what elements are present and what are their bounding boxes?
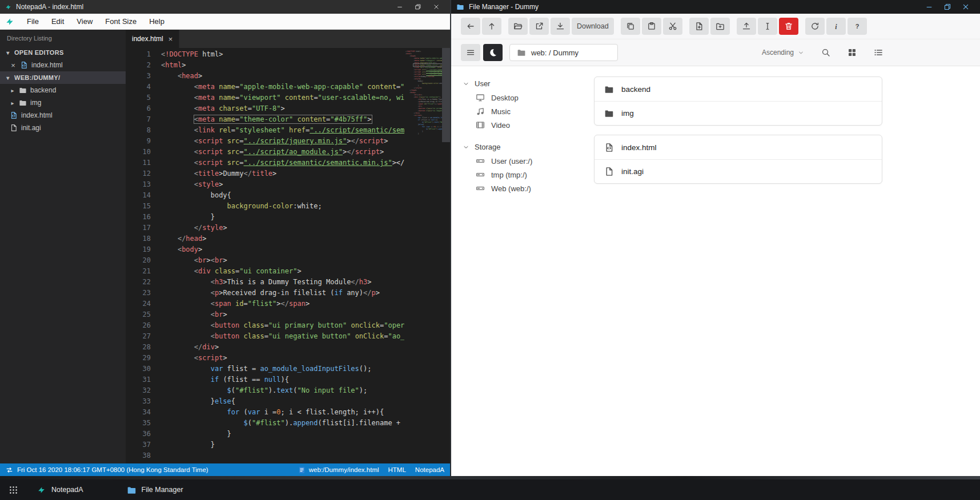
help-button[interactable]: ? (848, 18, 867, 35)
sort-dropdown[interactable]: Ascending (762, 49, 804, 57)
code-line[interactable]: body{ (161, 190, 404, 201)
code-line[interactable]: </div> (161, 342, 404, 353)
sidebar-item-desktop[interactable]: Desktop (463, 91, 594, 104)
minimize-button[interactable] (391, 0, 409, 14)
apps-grid-button[interactable] (0, 479, 26, 500)
tree-item-init-agi[interactable]: init.agi (0, 122, 126, 134)
menu-file[interactable]: File (21, 15, 45, 28)
back-button[interactable] (461, 18, 480, 35)
code-line[interactable]: <link rel="stylesheet" href="../script/s… (161, 125, 404, 136)
code-line[interactable]: <script src="../script/jquery.min.js"></… (161, 136, 404, 147)
code-line[interactable]: <meta charset="UTF-8"> (161, 103, 404, 114)
code-line[interactable] (161, 450, 404, 461)
close-button[interactable] (957, 0, 975, 14)
file-row-init-agi[interactable]: init.agi (595, 159, 882, 183)
code-line[interactable]: $("#flist").text("No input file"); (161, 385, 404, 396)
refresh-button[interactable] (805, 18, 825, 35)
tree-item-backend[interactable]: ▸backend (0, 84, 126, 96)
rename-button[interactable] (758, 18, 777, 35)
code-line[interactable]: <meta name="apple-mobile-web-app-capable… (161, 82, 404, 92)
scrollbar-thumb[interactable] (442, 48, 450, 142)
tree-item-index-html[interactable]: ×index.html (0, 59, 126, 71)
code-line[interactable]: <script src="../script/semantic/semantic… (161, 158, 404, 168)
sidebar-item-web-web[interactable]: Web (web:/) (463, 182, 594, 195)
upload-button[interactable] (737, 18, 756, 35)
new-file-button[interactable] (689, 18, 709, 35)
code-line[interactable]: <h3>This is a Dummy Testing Module</h3> (161, 277, 404, 288)
code-line[interactable]: for (var i =0; i < flist.length; i++){ (161, 407, 404, 418)
code-line[interactable]: $("#flist").append(flist[i].filename + (161, 418, 404, 429)
file-row-index-html[interactable]: index.html (595, 135, 882, 159)
code-line[interactable]: } (161, 439, 404, 450)
grid-view-button[interactable] (848, 48, 857, 57)
search-button[interactable] (821, 48, 830, 57)
file-row-backend[interactable]: backend (595, 77, 882, 101)
open-in-new-window-button[interactable] (529, 18, 549, 35)
tree-item-img[interactable]: ▸img (0, 96, 126, 109)
properties-button[interactable]: i (826, 18, 846, 35)
minimap[interactable]: <!DOCTYPE html><html> <head> <meta name=… (405, 48, 442, 463)
status-language[interactable]: HTML (388, 466, 406, 473)
restore-button[interactable] (938, 0, 957, 14)
tree-item-index-html[interactable]: index.html (0, 109, 126, 122)
code-line[interactable]: } (161, 429, 404, 439)
close-button[interactable] (427, 0, 445, 14)
code-line[interactable]: <script src="../script/ao_module.js"></s… (161, 147, 404, 158)
code-line[interactable]: <script> (161, 353, 404, 364)
sidebar-item-user-user[interactable]: User (user:/) (463, 154, 594, 168)
delete-button[interactable] (779, 18, 798, 35)
copy-button[interactable] (621, 18, 640, 35)
code-line[interactable]: <title>Dummy</title> (161, 168, 404, 179)
minimize-button[interactable] (920, 0, 938, 14)
section-web-dummy[interactable]: ▾WEB:/DUMMY/ (0, 71, 126, 84)
menu-button[interactable] (461, 44, 480, 61)
restore-button[interactable] (409, 0, 427, 14)
code-line[interactable]: <html> (161, 60, 404, 71)
code-line[interactable]: <div class="ui container"> (161, 266, 404, 277)
tab-index-html[interactable]: index.html × (126, 30, 179, 48)
editor-scrollbar[interactable] (442, 48, 450, 463)
code-line[interactable]: <head> (161, 71, 404, 82)
menu-help[interactable]: Help (143, 15, 171, 28)
code-area[interactable]: <!DOCTYPE html><html> <head> <meta name=… (161, 48, 404, 463)
code-line[interactable]: </head> (161, 233, 404, 244)
new-folder-button[interactable] (710, 18, 730, 35)
up-button[interactable] (482, 18, 501, 35)
section-open-editors[interactable]: ▾OPEN EDITORS (0, 46, 126, 59)
code-editor[interactable]: 1234567891011121314151617181920212223242… (126, 48, 450, 463)
file-row-img[interactable]: img (595, 101, 882, 125)
download-button[interactable]: Download (572, 18, 614, 35)
code-line[interactable]: <br> (161, 309, 404, 320)
menu-edit[interactable]: Edit (45, 15, 70, 28)
taskbar-item-file-manager[interactable]: File Manager (117, 479, 194, 500)
code-line[interactable]: } (161, 212, 404, 223)
sidebar-section-user[interactable]: User (463, 76, 594, 91)
sidebar-item-tmp-tmp[interactable]: tmp (tmp:/) (463, 168, 594, 182)
code-line[interactable]: <meta name="viewport" content="user-scal… (161, 92, 404, 103)
cut-button[interactable] (663, 18, 682, 35)
taskbar-item-notepada[interactable]: NotepadA (26, 479, 94, 500)
sidebar-item-video[interactable]: Video (463, 118, 594, 132)
dark-mode-toggle[interactable] (483, 44, 503, 61)
paste-button[interactable] (642, 18, 661, 35)
tab-close-icon[interactable]: × (168, 35, 173, 43)
sidebar-section-storage[interactable]: Storage (463, 140, 594, 154)
open-button[interactable] (508, 18, 528, 35)
code-line[interactable]: <p>Received drag-in filelist (if any)</p… (161, 288, 404, 299)
code-line[interactable]: <button class="ui negative button" onCli… (161, 331, 404, 342)
menu-view[interactable]: View (70, 15, 99, 28)
breadcrumb[interactable]: web: / Dummy (509, 44, 618, 61)
code-line[interactable]: </style> (161, 223, 404, 233)
sidebar-item-music[interactable]: Music (463, 104, 594, 118)
code-line[interactable]: var flist = ao_module_loadInputFiles(); (161, 364, 404, 374)
code-line[interactable]: background-color:white; (161, 201, 404, 212)
code-line[interactable]: <meta name="theme-color" content="#4b75f… (161, 114, 404, 125)
code-line[interactable]: }else{ (161, 396, 404, 407)
code-line[interactable]: <style> (161, 179, 404, 190)
list-view-button[interactable] (874, 48, 883, 57)
code-line[interactable]: if (flist == null){ (161, 374, 404, 385)
code-line[interactable]: <button class="ui primary button" onclic… (161, 320, 404, 331)
menu-font-size[interactable]: Font Size (99, 15, 143, 28)
code-line[interactable]: <!DOCTYPE html> (161, 49, 404, 60)
download-file-button[interactable] (551, 18, 570, 35)
